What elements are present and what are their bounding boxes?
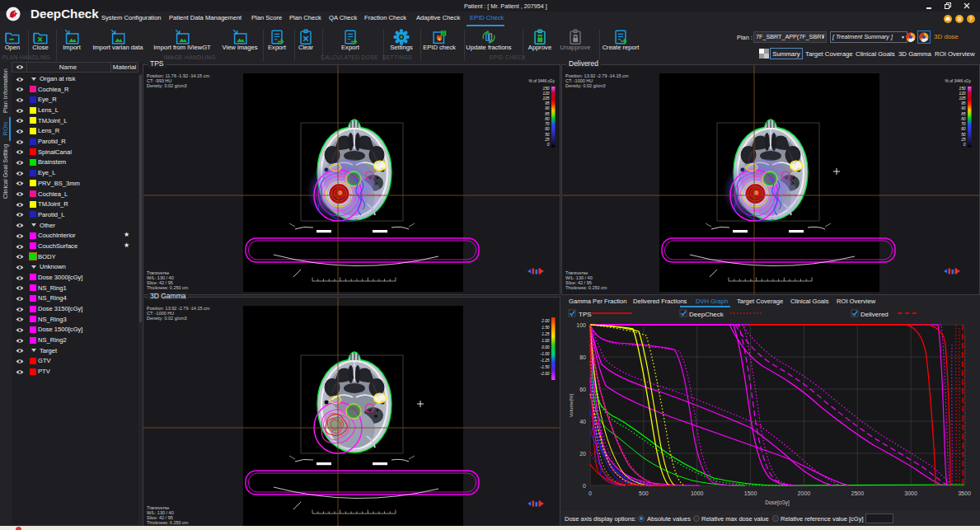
svg-text:0: 0: [588, 490, 592, 496]
svg-text:80: 80: [579, 354, 586, 360]
svg-text:DeepCheck: DeepCheck: [689, 311, 724, 318]
svg-text:?: ?: [968, 16, 972, 21]
svg-text:60: 60: [579, 387, 586, 392]
svg-text:1000: 1000: [691, 490, 704, 496]
svg-text:500: 500: [639, 490, 649, 496]
svg-text:2000: 2000: [798, 490, 811, 496]
svg-text:0: 0: [583, 483, 586, 489]
svg-text:2500: 2500: [851, 490, 865, 496]
svg-text:Dose[cGy]: Dose[cGy]: [765, 500, 790, 506]
svg-text:Delivered: Delivered: [860, 311, 889, 318]
svg-text:3500: 3500: [958, 490, 971, 496]
svg-text:TPS: TPS: [579, 311, 592, 318]
svg-text:Volume[%]: Volume[%]: [569, 393, 574, 417]
svg-text:20: 20: [579, 451, 586, 457]
svg-text:40: 40: [579, 419, 586, 424]
svg-text:3000: 3000: [904, 490, 917, 496]
svg-text:1500: 1500: [744, 490, 757, 496]
svg-text:100: 100: [576, 322, 586, 328]
